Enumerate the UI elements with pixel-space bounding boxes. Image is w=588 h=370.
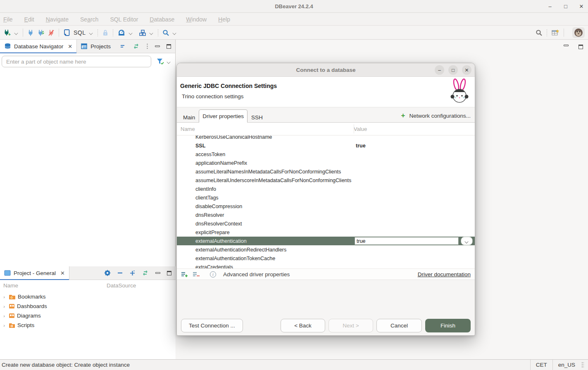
chevron-down-icon[interactable] — [173, 31, 177, 34]
table-row[interactable]: disableCompression — [177, 202, 475, 211]
object-filter-input[interactable] — [2, 56, 151, 67]
menu-file[interactable]: File — [3, 16, 13, 23]
link-with-editor-icon[interactable] — [133, 44, 140, 49]
cancel-button[interactable]: Cancel — [376, 319, 422, 332]
window-minimize-button[interactable]: – — [547, 3, 553, 9]
table-row[interactable]: dnsResolver — [177, 211, 475, 219]
column-header-name[interactable]: Name — [0, 282, 107, 289]
dialog-titlebar[interactable]: Connect to a database – □ ✕ — [177, 63, 475, 77]
property-grid[interactable]: KerberosUseCanonicalHostnameSSLtrueacces… — [177, 135, 475, 268]
expand-chevron-icon[interactable]: › — [2, 323, 7, 328]
maximize-icon[interactable] — [578, 45, 583, 49]
disconnect-icon[interactable] — [48, 29, 55, 36]
tree-item-scripts[interactable]: ›Scripts — [0, 320, 176, 330]
filter-icon[interactable] — [156, 58, 164, 65]
link-with-editor-icon[interactable] — [142, 270, 149, 275]
table-row[interactable]: clientInfo — [177, 185, 475, 193]
dialog-tab-driver-properties[interactable]: Driver properties — [199, 109, 248, 123]
dashboard-icon[interactable] — [117, 29, 126, 36]
search-icon[interactable] — [162, 29, 169, 36]
column-header-datasource[interactable]: DataSource — [107, 282, 136, 289]
table-row[interactable]: accessToken — [177, 150, 475, 159]
table-row[interactable]: SSLtrue — [177, 141, 475, 150]
view-menu-icon[interactable] — [146, 43, 148, 49]
grid-column-name[interactable]: Name — [177, 126, 354, 132]
property-value-input[interactable] — [355, 237, 459, 245]
network-configurations-button[interactable]: + Network configurations... — [401, 111, 475, 120]
window-close-button[interactable]: ✕ — [578, 3, 585, 9]
remove-property-icon[interactable] — [193, 271, 200, 278]
menu-sql-editor[interactable]: SQL Editor — [110, 16, 138, 23]
sql-script-icon[interactable] — [63, 29, 70, 36]
expand-chevron-icon[interactable]: › — [2, 313, 7, 318]
navigator-content[interactable] — [0, 69, 175, 256]
maximize-icon[interactable] — [167, 44, 171, 49]
close-icon[interactable]: ✕ — [60, 270, 65, 276]
menu-help[interactable]: Help — [218, 16, 230, 23]
table-row[interactable]: assumeLiteralUnderscoreInMetadataCallsFo… — [177, 176, 475, 185]
expand-chevron-icon[interactable]: › — [2, 294, 7, 299]
dialog-close-button[interactable]: ✕ — [462, 65, 471, 75]
tree-item-bookmarks[interactable]: ›Bookmarks — [0, 292, 176, 301]
add-property-icon[interactable] — [181, 271, 189, 278]
maximize-icon[interactable] — [167, 271, 171, 275]
table-row[interactable]: clientTags — [177, 193, 475, 202]
dialog-tab-main[interactable]: Main — [179, 112, 199, 123]
close-icon[interactable]: ✕ — [68, 43, 72, 50]
tab-database-navigator[interactable]: Database Navigator ✕ — [0, 40, 77, 53]
menu-window[interactable]: Window — [186, 16, 207, 23]
tree-item-diagrams[interactable]: ›Diagrams — [0, 311, 176, 320]
tree-item-dashboards[interactable]: ›Dashboards — [0, 301, 176, 311]
minimize-icon[interactable] — [155, 272, 160, 274]
table-row[interactable]: externalAuthenticationRedirectHandlers — [177, 245, 475, 254]
dialog-maximize-button[interactable]: □ — [448, 65, 458, 75]
table-row[interactable]: externalAuthentication — [177, 237, 475, 245]
menu-edit[interactable]: Edit — [24, 16, 34, 23]
back-button[interactable]: < Back — [281, 319, 325, 332]
table-row[interactable]: applicationNamePrefix — [177, 159, 475, 167]
finish-button[interactable]: Finish — [425, 319, 471, 332]
chevron-down-icon[interactable] — [89, 31, 93, 34]
minimize-icon[interactable] — [155, 45, 160, 47]
open-perspective-icon[interactable] — [551, 29, 559, 36]
chevron-down-icon[interactable] — [14, 31, 19, 34]
table-row[interactable]: externalAuthenticationTokenCache — [177, 254, 475, 263]
chevron-down-icon[interactable] — [129, 31, 133, 34]
minimize-icon[interactable] — [564, 45, 569, 46]
locale-indicator[interactable]: en_US — [552, 360, 581, 370]
dialog-tab-ssh[interactable]: SSH — [248, 112, 267, 123]
menu-search[interactable]: Search — [80, 16, 98, 23]
quick-search-icon[interactable] — [536, 29, 543, 36]
table-row[interactable]: extraCredentials — [177, 263, 475, 268]
menu-navigate[interactable]: Navigate — [46, 16, 69, 23]
tab-project-general[interactable]: Project - General ✕ — [0, 266, 69, 280]
tab-projects[interactable]: Projects — [77, 40, 115, 53]
table-row[interactable]: assumeLiteralNamesInMetadataCallsForNonC… — [177, 167, 475, 176]
expand-chevron-icon[interactable]: › — [2, 304, 7, 309]
user-avatar[interactable] — [572, 27, 585, 38]
dialog-minimize-button[interactable]: – — [435, 65, 444, 75]
driver-documentation-link[interactable]: Driver documentation — [418, 271, 471, 278]
table-row[interactable]: KerberosUseCanonicalHostname — [177, 135, 475, 141]
window-maximize-button[interactable]: □ — [562, 3, 569, 9]
test-connection-button[interactable]: Test Connection ... — [181, 319, 243, 332]
sql-editor-label[interactable]: SQL — [74, 29, 86, 36]
grid-column-value[interactable]: Value — [354, 126, 367, 132]
collapse-all-icon[interactable] — [120, 44, 126, 48]
table-row[interactable]: explicitPrepare — [177, 228, 475, 237]
gear-icon[interactable] — [104, 270, 111, 276]
table-row[interactable]: dnsResolverContext — [177, 219, 475, 228]
expand-all-icon[interactable] — [130, 270, 135, 276]
new-connection-icon[interactable]: + — [3, 29, 11, 36]
collapse-all-icon[interactable] — [117, 271, 123, 275]
chevron-down-icon[interactable] — [150, 31, 154, 34]
timezone-indicator[interactable]: CET — [530, 360, 552, 370]
window-titlebar[interactable]: DBeaver 24.2.4 – □ ✕ — [0, 0, 588, 13]
menu-database[interactable]: Database — [150, 16, 174, 23]
data-transfer-icon[interactable] — [139, 29, 146, 36]
connect-icon[interactable] — [27, 29, 34, 36]
chevron-down-icon[interactable] — [167, 60, 171, 63]
reconnect-icon[interactable] — [37, 29, 45, 36]
value-dropdown-button[interactable] — [461, 237, 473, 245]
property-name: KerberosUseCanonicalHostname — [177, 135, 272, 140]
